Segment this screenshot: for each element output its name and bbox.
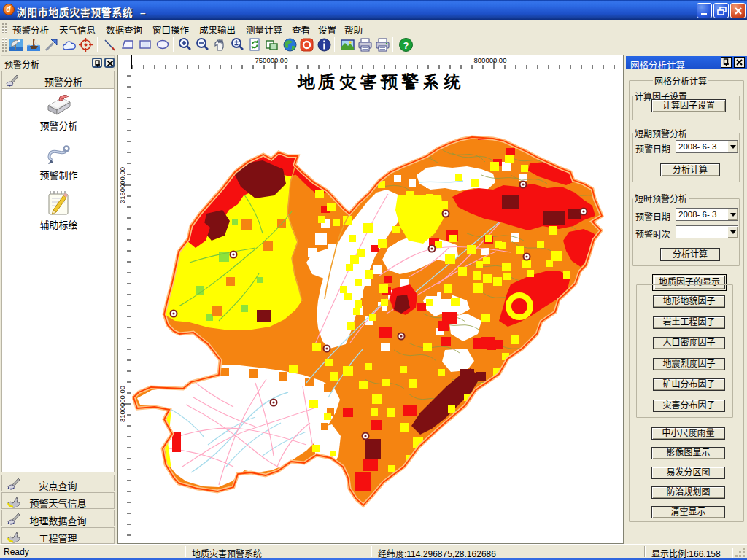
svg-text:800000.00: 800000.00 (474, 56, 507, 64)
svg-text:3100000.00: 3100000.00 (118, 386, 126, 422)
svg-text:750000.00: 750000.00 (255, 56, 288, 64)
svg-text:地质灾害预警系统: 地质灾害预警系统 (297, 69, 463, 93)
svg-text:3150000.00: 3150000.00 (118, 167, 126, 203)
svg-text:?: ? (403, 40, 409, 51)
